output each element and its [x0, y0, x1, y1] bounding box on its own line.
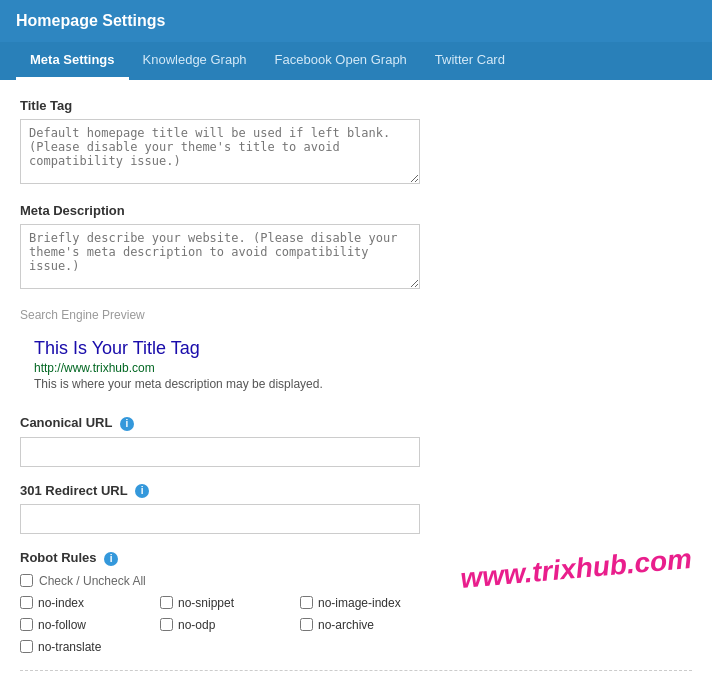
- list-item: no-translate: [20, 640, 160, 654]
- no-translate-checkbox[interactable]: [20, 640, 33, 653]
- title-tag-section: Title Tag: [20, 98, 692, 187]
- robot-rules-section: Robot Rules i Check / Uncheck All no-ind…: [20, 550, 692, 654]
- no-odp-checkbox[interactable]: [160, 618, 173, 631]
- meta-description-label: Meta Description: [20, 203, 692, 218]
- robot-rules-info-icon[interactable]: i: [104, 552, 118, 566]
- list-item: no-image-index: [300, 596, 440, 610]
- canonical-url-input[interactable]: [20, 437, 420, 467]
- tab-facebook-open-graph[interactable]: Facebook Open Graph: [261, 42, 421, 80]
- list-item: no-odp: [160, 618, 300, 632]
- no-archive-label: no-archive: [318, 618, 374, 632]
- seo-preview-section: Search Engine Preview This Is Your Title…: [20, 308, 692, 399]
- list-item: no-snippet: [160, 596, 300, 610]
- tab-meta-settings[interactable]: Meta Settings: [16, 42, 129, 80]
- tab-twitter-card[interactable]: Twitter Card: [421, 42, 519, 80]
- list-item: no-index: [20, 596, 160, 610]
- robot-rules-label: Robot Rules i: [20, 550, 692, 566]
- tab-knowledge-graph[interactable]: Knowledge Graph: [129, 42, 261, 80]
- check-uncheck-all-row: Check / Uncheck All: [20, 574, 692, 588]
- content-area: Title Tag Meta Description Search Engine…: [0, 80, 712, 696]
- check-uncheck-all-checkbox[interactable]: [20, 574, 33, 587]
- page-header: Homepage Settings: [0, 0, 712, 42]
- canonical-url-section: Canonical URL i: [20, 415, 692, 467]
- page-title: Homepage Settings: [16, 12, 696, 30]
- page-wrapper: Homepage Settings Meta Settings Knowledg…: [0, 0, 712, 696]
- no-odp-label: no-odp: [178, 618, 215, 632]
- list-item: no-archive: [300, 618, 440, 632]
- no-follow-label: no-follow: [38, 618, 86, 632]
- redirect-url-input[interactable]: [20, 504, 420, 534]
- no-snippet-label: no-snippet: [178, 596, 234, 610]
- no-index-label: no-index: [38, 596, 84, 610]
- canonical-url-label: Canonical URL i: [20, 415, 692, 431]
- meta-description-input[interactable]: [20, 224, 420, 289]
- no-translate-label: no-translate: [38, 640, 101, 654]
- robot-rules-grid: no-index no-snippet no-image-index no-fo…: [20, 596, 692, 654]
- no-archive-checkbox[interactable]: [300, 618, 313, 631]
- redirect-url-info-icon[interactable]: i: [135, 484, 149, 498]
- no-index-checkbox[interactable]: [20, 596, 33, 609]
- check-uncheck-all-label: Check / Uncheck All: [39, 574, 146, 588]
- seo-preview-title: This Is Your Title Tag: [34, 338, 678, 359]
- no-snippet-checkbox[interactable]: [160, 596, 173, 609]
- tabs-nav: Meta Settings Knowledge Graph Facebook O…: [0, 42, 712, 80]
- divider: [20, 670, 692, 671]
- title-tag-input[interactable]: [20, 119, 420, 184]
- meta-description-section: Meta Description: [20, 203, 692, 292]
- no-follow-checkbox[interactable]: [20, 618, 33, 631]
- redirect-url-section: 301 Redirect URL i: [20, 483, 692, 535]
- seo-preview-url: http://www.trixhub.com: [34, 361, 678, 375]
- list-item: no-follow: [20, 618, 160, 632]
- seo-preview-box: This Is Your Title Tag http://www.trixhu…: [20, 330, 692, 399]
- seo-preview-label: Search Engine Preview: [20, 308, 692, 322]
- seo-preview-description: This is where your meta description may …: [34, 377, 678, 391]
- no-image-index-label: no-image-index: [318, 596, 401, 610]
- redirect-url-label: 301 Redirect URL i: [20, 483, 692, 499]
- canonical-url-info-icon[interactable]: i: [120, 417, 134, 431]
- title-tag-label: Title Tag: [20, 98, 692, 113]
- no-image-index-checkbox[interactable]: [300, 596, 313, 609]
